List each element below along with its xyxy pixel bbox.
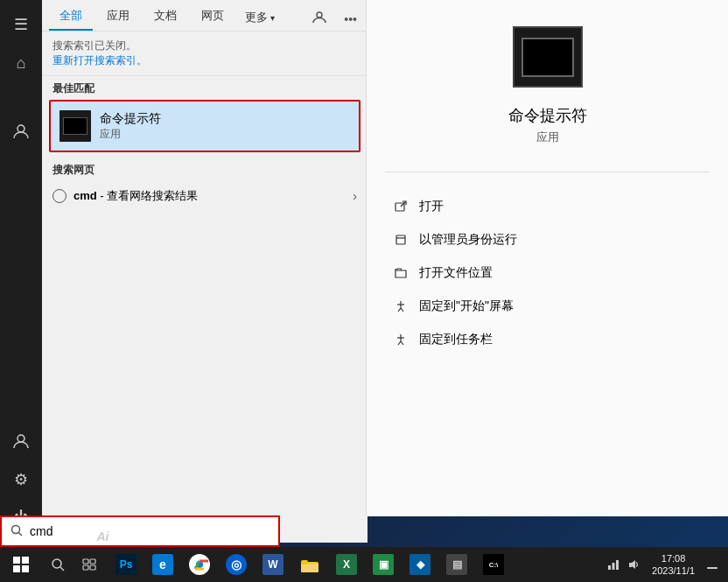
app-preview-type: 应用	[536, 130, 559, 145]
svg-marker-22	[632, 560, 635, 569]
svg-rect-20	[616, 560, 619, 570]
pin-task-icon	[393, 332, 409, 347]
app-info: 命令提示符 应用	[100, 111, 161, 142]
svg-point-7	[52, 559, 61, 568]
svg-rect-16	[301, 564, 318, 572]
tab-all[interactable]: 全部	[49, 3, 93, 31]
admin-icon	[393, 232, 409, 248]
web-search-section: 搜索网页 cmd - 查看网络搜索结果 ›	[42, 152, 368, 218]
hamburger-icon[interactable]: ☰	[4, 7, 38, 42]
home-icon[interactable]: ⌂	[4, 46, 38, 81]
action-folder-text: 打开文件位置	[419, 265, 493, 281]
svg-rect-17	[301, 560, 308, 564]
app-preview-icon	[513, 26, 583, 88]
web-search-left: cmd - 查看网络搜索结果	[52, 188, 198, 204]
gray-app-icon: ▤	[446, 554, 467, 575]
svg-point-5	[12, 525, 20, 533]
tray-notification-icon[interactable]	[704, 556, 721, 573]
start-menu: ☰ ⌂ ⚙ ⏻	[0, 0, 368, 543]
notice-text: 搜索索引已关闭。	[52, 39, 357, 53]
excel-icon: X	[336, 554, 357, 575]
person-icon[interactable]	[309, 7, 330, 31]
tab-docs[interactable]: 文档	[144, 3, 187, 31]
search-bar-area	[0, 515, 280, 547]
action-open-text: 打开	[419, 199, 444, 214]
cmd-taskbar-icon: C:\	[483, 554, 504, 575]
action-admin[interactable]: 以管理员身份运行	[393, 223, 702, 256]
best-match-item[interactable]: 命令提示符 应用	[49, 100, 360, 152]
chevron-down-icon: ▾	[270, 13, 275, 23]
taskview-button[interactable]	[74, 547, 105, 582]
tab-more[interactable]: 更多 ▾	[238, 4, 282, 31]
contact-icon[interactable]	[4, 114, 38, 149]
web-search-item[interactable]: cmd - 查看网络搜索结果 ›	[42, 181, 368, 211]
tab-web[interactable]: 网页	[191, 3, 234, 31]
app-preview-name: 命令提示符	[508, 105, 587, 126]
divider	[385, 172, 710, 172]
taskbar: Ps e ◎	[0, 547, 728, 582]
chevron-right-icon: ›	[353, 189, 357, 203]
taskbar-app-photoshop[interactable]: Ps	[108, 547, 144, 582]
taskbar-app-gray[interactable]: ▤	[439, 547, 474, 582]
explorer-icon	[299, 554, 320, 575]
svg-rect-9	[83, 559, 88, 564]
svg-rect-10	[90, 559, 95, 564]
tabs-bar: 全部 应用 文档 网页 更多 ▾ •••	[42, 0, 368, 32]
svg-rect-18	[608, 565, 611, 570]
action-pin-task[interactable]: 固定到任务栏	[393, 323, 702, 356]
tray: 17:08 2023/11/1	[605, 552, 728, 578]
tray-volume-icon[interactable]	[626, 556, 643, 573]
reopen-index-link[interactable]: 重新打开搜索索引。	[52, 54, 147, 67]
cmd-app-icon	[60, 110, 91, 142]
action-pin-start-text: 固定到"开始"屏幕	[419, 298, 514, 314]
desktop: ☰ ⌂ ⚙ ⏻	[0, 0, 728, 582]
windows-logo	[13, 557, 29, 572]
settings-sidebar-icon[interactable]: ⚙	[4, 462, 38, 497]
cmd-preview-inner	[522, 38, 574, 77]
search-input[interactable]	[30, 524, 270, 538]
more-options-icon[interactable]: •••	[340, 9, 360, 30]
taskbar-app-blue[interactable]: ◈	[402, 547, 438, 582]
word-icon: W	[262, 554, 284, 575]
action-open[interactable]: 打开	[393, 190, 702, 223]
blue-app-icon: ◈	[410, 554, 430, 575]
tray-clock[interactable]: 17:08 2023/11/1	[647, 552, 700, 578]
taskbar-app-edge[interactable]: e	[145, 547, 180, 582]
taskbar-app-chrome[interactable]	[182, 547, 217, 582]
web-search-label: 搜索网页	[42, 159, 368, 181]
person-sidebar-icon[interactable]	[4, 424, 38, 459]
svg-point-0	[18, 125, 24, 132]
tray-network-icon[interactable]	[605, 556, 622, 573]
search-bar-icon	[10, 524, 23, 539]
tab-apps[interactable]: 应用	[96, 3, 140, 31]
svg-rect-12	[90, 565, 95, 570]
taskbar-app-explorer[interactable]	[292, 547, 327, 582]
taskbar-search[interactable]	[42, 547, 74, 582]
taskbar-app-word[interactable]: W	[256, 547, 290, 582]
svg-point-2	[317, 12, 322, 18]
action-list: 打开 以管理员身份运行	[367, 190, 728, 356]
sidebar: ☰ ⌂ ⚙ ⏻	[0, 0, 42, 543]
edge-icon: e	[152, 554, 173, 575]
taskbar-app-cmd[interactable]: C:\	[476, 547, 511, 582]
taskbar-app-excel[interactable]: X	[329, 547, 364, 582]
taskbar-app-firefox[interactable]: ◎	[219, 547, 254, 582]
pin-start-icon	[393, 298, 409, 314]
svg-line-8	[60, 567, 64, 571]
taskbar-app-green[interactable]: ▣	[366, 547, 401, 582]
search-panel: 全部 应用 文档 网页 更多 ▾ •••	[42, 0, 368, 543]
firefox-icon: ◎	[226, 554, 247, 575]
green-app-icon: ▣	[373, 554, 394, 575]
open-icon	[393, 199, 409, 214]
svg-rect-23	[707, 567, 718, 569]
notice-area: 搜索索引已关闭。 重新打开搜索索引。	[42, 32, 368, 76]
ps-icon: Ps	[116, 554, 136, 575]
svg-rect-21	[629, 563, 632, 567]
app-type: 应用	[100, 127, 161, 142]
search-web-icon	[52, 189, 66, 203]
action-pin-task-text: 固定到任务栏	[419, 332, 493, 347]
action-pin-start[interactable]: 固定到"开始"屏幕	[393, 290, 702, 323]
action-folder[interactable]: 打开文件位置	[393, 256, 702, 290]
svg-point-1	[18, 435, 24, 442]
start-button[interactable]	[0, 547, 42, 582]
